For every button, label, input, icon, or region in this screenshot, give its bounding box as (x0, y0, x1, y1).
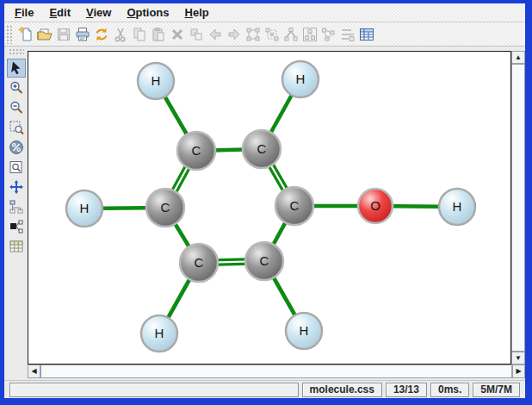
tool-palette (4, 47, 28, 380)
palette-tools (7, 59, 26, 257)
status-message (9, 383, 299, 397)
open-icon[interactable] (35, 25, 54, 44)
outline-tool-icon[interactable] (7, 197, 26, 216)
toolbar-buttons (16, 25, 376, 44)
window-frame: File Edit View Options Help HHCCCCOHHCCH… (0, 0, 532, 405)
horizontal-scroll-thumb[interactable] (40, 364, 512, 378)
vertical-scrollbar[interactable]: ▲ ▼ (511, 51, 525, 364)
zoom-region-tool-icon[interactable] (7, 118, 26, 137)
atom-h[interactable]: H (138, 63, 174, 99)
atom-h[interactable]: H (282, 61, 319, 97)
atom-h[interactable]: H (286, 313, 322, 349)
atom-label: C (290, 198, 300, 213)
scroll-down-button[interactable]: ▼ (511, 352, 525, 364)
ungroup-icon (263, 25, 281, 44)
scroll-right-button[interactable]: ▶ (512, 364, 525, 378)
delete-icon (168, 25, 187, 44)
status-stylesheet: molecule.css (302, 383, 382, 397)
molecule-drawing: HHCCCCOHHCCHH (28, 52, 510, 364)
atom-h[interactable]: H (439, 189, 475, 225)
status-bar: molecule.css 13/13 0ms. 5M/7M (4, 380, 525, 398)
menu-options[interactable]: Options (121, 4, 174, 21)
redo-icon (225, 25, 244, 44)
undo-icon (206, 25, 225, 44)
menu-edit[interactable]: Edit (44, 4, 76, 21)
atom-c[interactable]: C (245, 242, 283, 280)
refresh-icon[interactable] (92, 25, 111, 44)
app-window: File Edit View Options Help HHCCCCOHHCCH… (4, 3, 525, 398)
atom-label: H (296, 72, 306, 86)
atom-label: C (192, 143, 201, 158)
print-icon[interactable] (73, 25, 92, 44)
copy-icon (130, 25, 149, 44)
scroll-left-button[interactable]: ◀ (28, 364, 40, 378)
main-area: HHCCCCOHHCCHH ▲ ▼ ◀ ▶ (4, 47, 525, 380)
menu-file[interactable]: File (9, 4, 39, 21)
organic-layout-icon (319, 25, 338, 44)
atom-c[interactable]: C (275, 187, 313, 225)
zoom-percent-tool-icon[interactable] (7, 138, 26, 157)
toolbar-grip[interactable] (6, 25, 14, 44)
menu-help[interactable]: Help (180, 4, 214, 21)
pan-tool-icon[interactable] (7, 178, 26, 196)
atom-label: H (155, 326, 164, 340)
grid-tool-icon[interactable] (7, 237, 26, 256)
tree-layout-icon (281, 25, 300, 44)
table-icon[interactable] (357, 25, 376, 44)
menu-view[interactable]: View (81, 4, 116, 21)
horizontal-scrollbar[interactable]: ◀ ▶ (28, 364, 525, 378)
new-icon[interactable] (16, 25, 35, 44)
edge-tool-tool-icon[interactable] (7, 217, 26, 236)
atom-label: H (152, 73, 161, 88)
hierarchical-layout-icon (300, 25, 319, 44)
preview-tool-icon[interactable] (7, 158, 26, 177)
status-memory: 5M/7M (473, 383, 520, 397)
status-render-time: 0ms. (430, 383, 469, 397)
toolbar (4, 22, 525, 47)
atom-h[interactable]: H (141, 315, 177, 352)
palette-grip[interactable] (9, 48, 24, 56)
atom-c[interactable]: C (243, 130, 281, 168)
graph-canvas[interactable]: HHCCCCOHHCCHH (28, 51, 511, 364)
select-tool-icon[interactable] (7, 59, 26, 78)
scroll-up-button[interactable]: ▲ (511, 51, 525, 64)
atom-o[interactable]: O (358, 189, 393, 223)
to-front-icon (187, 25, 206, 44)
menu-bar: File Edit View Options Help (4, 3, 525, 22)
atom-label: H (453, 199, 462, 214)
atom-c[interactable]: C (146, 189, 184, 227)
paste-icon (149, 25, 168, 44)
save-icon (54, 25, 73, 44)
atom-h[interactable]: H (66, 190, 102, 227)
atom-label: C (260, 253, 269, 268)
atom-c[interactable]: C (177, 132, 215, 170)
cut-icon (111, 25, 130, 44)
atom-label: O (370, 198, 380, 213)
zoom-out-tool-icon[interactable] (7, 98, 26, 117)
atom-label: H (80, 201, 90, 215)
atom-label: C (195, 255, 204, 270)
atom-c[interactable]: C (180, 244, 218, 282)
vertical-scroll-thumb[interactable] (511, 64, 525, 352)
atom-label: H (300, 323, 309, 338)
atom-label: C (161, 200, 170, 215)
zoom-in-tool-icon[interactable] (7, 78, 26, 97)
atom-label: C (257, 141, 267, 156)
group-icon (244, 25, 263, 44)
align-icon (338, 25, 357, 44)
status-selection-count: 13/13 (386, 383, 427, 397)
